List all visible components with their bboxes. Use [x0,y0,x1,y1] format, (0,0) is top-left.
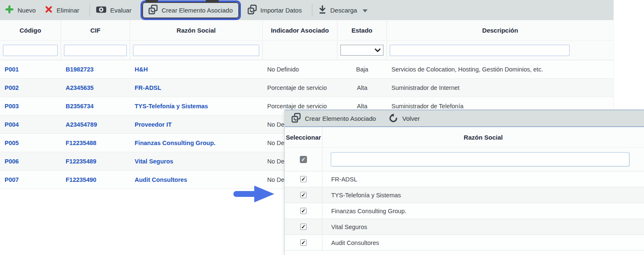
column-header-seleccionar[interactable]: Seleccionar [285,127,322,147]
cell-codigo[interactable]: P002 [0,79,61,97]
cell-razon-social[interactable]: Proveedor IT [130,115,263,133]
crear-elemento-asociado-button[interactable]: Crear Elemento Asociado [142,2,239,18]
column-header-descripcion[interactable]: Descripción [387,20,613,40]
cell-razon-social[interactable]: Vital Seguros [130,152,263,170]
cell-codigo[interactable]: P007 [0,171,61,189]
overlay-crear-elemento-button[interactable]: Crear Elemento Asociado [291,113,376,124]
cell-codigo[interactable]: P003 [0,97,61,115]
app-screen: Nuevo Eliminar Evaluar [0,0,644,255]
cell-cif[interactable]: B2356734 [61,97,130,115]
annotation-artifact [146,0,158,2]
overlay-header-row: Seleccionar Razón Social [285,127,644,147]
crear-elemento-label: Crear Elemento Asociado [161,7,233,14]
copy-icon [291,113,301,124]
table-row[interactable]: P001 B1982723 H&H No Definido Baja Servi… [0,60,613,79]
chevron-down-icon [375,46,381,54]
cell-indicador: Porcentaje de servicio [263,79,337,97]
toolbar-separator [89,4,90,16]
cell-descripcion: Suministrador de Internet [387,79,613,97]
codigo-filter-input[interactable] [3,45,58,56]
column-header-estado[interactable]: Estado [337,20,387,40]
copy-icon [148,5,158,16]
row-checkbox[interactable]: ✓ [300,240,307,246]
cell-codigo[interactable]: P001 [0,60,61,78]
evaluar-label: Evaluar [110,7,132,14]
eliminar-label: Eliminar [56,7,79,14]
annotation-highlight-box: Crear Elemento Asociado [141,0,240,20]
cell-razon-social: FR-ADSL [322,171,644,187]
annotation-artifact [206,0,219,3]
cell-razon-social: TYS-Telefonía y Sistemas [322,187,644,203]
importar-datos-button[interactable]: Importar Datos [248,5,302,16]
cell-razon-social: Audit Consultores [322,235,644,250]
cell-cif[interactable]: A2345635 [61,79,130,97]
evaluar-button[interactable]: Evaluar [96,5,132,15]
overlay-row[interactable]: ✓ FR-ADSL [285,171,644,187]
row-checkbox[interactable]: ✓ [300,192,307,198]
toolbar-separator [312,4,312,16]
overlay-filter-row: ✓ [285,147,644,171]
razon-social-filter-input[interactable] [133,45,259,56]
column-header-cif[interactable]: CIF [61,20,130,40]
undo-arrow-icon [388,113,398,124]
cell-codigo[interactable]: P005 [0,134,61,152]
cell-codigo[interactable]: P006 [0,152,61,170]
select-all-checkbox[interactable]: ✓ [300,156,307,163]
chevron-down-icon [363,7,368,14]
cell-cif[interactable]: F12235490 [61,171,130,189]
crear-elemento-asociado-panel: Crear Elemento Asociado Volver Seleccion… [284,110,644,255]
descripcion-filter-input[interactable] [390,45,570,56]
row-checkbox[interactable]: ✓ [300,224,307,230]
cell-razon-social[interactable]: H&H [130,60,263,78]
cif-filter-input[interactable] [64,45,127,56]
plus-icon [5,5,14,15]
overlay-row[interactable]: ✓ Finanzas Consulting Group. [285,203,644,219]
nuevo-button[interactable]: Nuevo [5,5,36,15]
cell-cif[interactable]: F12235489 [61,152,130,170]
cell-descripcion: Servicios de Colocation, Hosting, Gestió… [387,60,613,78]
estado-filter-select[interactable] [340,45,383,56]
overlay-row[interactable]: ✓ TYS-Telefonía y Sistemas [285,187,644,203]
volver-button[interactable]: Volver [388,113,420,124]
cell-razon-social[interactable]: FR-ADSL [130,79,263,97]
importar-datos-label: Importar Datos [261,7,302,14]
eye-icon [96,5,107,15]
delete-x-icon [45,5,53,15]
overlay-toolbar: Crear Elemento Asociado Volver [285,110,644,127]
download-icon [318,5,327,15]
main-toolbar: Nuevo Eliminar Evaluar [0,0,613,20]
cell-cif[interactable]: B1982723 [61,60,130,78]
column-header-indicador-asociado[interactable]: Indicador Asociado [263,20,337,40]
table-row[interactable]: P002 A2345635 FR-ADSL Porcentaje de serv… [0,79,613,97]
cell-indicador: No Definido [263,60,337,78]
cell-estado: Alta [337,79,387,97]
annotation-arrow-icon [233,184,276,204]
overlay-razon-filter-input[interactable] [331,152,629,166]
descarga-button[interactable]: Descarga [318,5,368,15]
cell-cif[interactable]: A23454789 [61,115,130,133]
table-header-row: Código CIF Razón Social Indicador Asocia… [0,20,613,40]
cell-estado: Baja [337,60,387,78]
descarga-label: Descarga [330,7,357,14]
row-checkbox[interactable]: ✓ [300,208,307,214]
copy-icon [248,5,257,16]
overlay-row[interactable]: ✓ Audit Consultores [285,235,644,251]
column-header-razon-social[interactable]: Razón Social [130,20,263,40]
cell-razon-social[interactable]: TYS-Telefonía y Sistemas [130,97,263,115]
volver-label: Volver [402,115,420,122]
overlay-row[interactable]: ✓ Vital Seguros [285,219,644,235]
column-header-codigo[interactable]: Código [0,20,61,40]
cell-codigo[interactable]: P004 [0,115,61,133]
cell-razon-social[interactable]: Finanzas Consulting Group. [130,134,263,152]
table-filter-row [0,40,613,60]
row-checkbox[interactable]: ✓ [300,176,307,182]
eliminar-button[interactable]: Eliminar [45,5,79,15]
overlay-crear-label: Crear Elemento Asociado [305,115,376,122]
cell-razon-social: Vital Seguros [322,219,644,235]
nuevo-label: Nuevo [18,7,36,14]
cell-cif[interactable]: F12235488 [61,134,130,152]
column-header-razon-social[interactable]: Razón Social [322,127,644,147]
cell-razon-social: Finanzas Consulting Group. [322,203,644,219]
